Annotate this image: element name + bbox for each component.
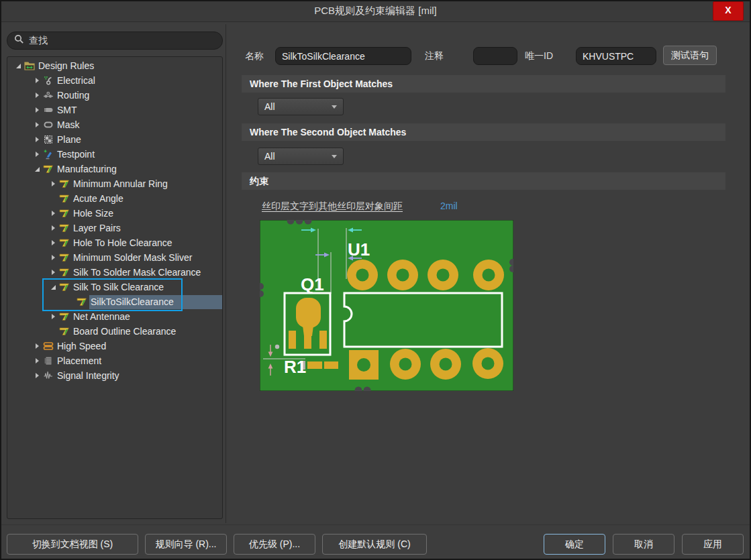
tree-item-minimum-annular-ring[interactable]: Minimum Annular Ring [7,176,222,191]
tree-item-layer-pairs[interactable]: Layer Pairs [7,221,222,235]
rule-icon [59,178,70,189]
electrical-icon [43,75,54,86]
high-speed-icon [43,341,54,351]
unique-id-label: 唯一ID [525,47,553,65]
close-button[interactable]: X [713,1,744,21]
design-rules-folder-icon [24,60,35,71]
r1-component [303,361,338,370]
tree-item-net-antennae[interactable]: Net Antennae [7,309,222,324]
expand-arrow-icon[interactable] [33,107,42,113]
rule-icon [59,326,70,337]
chevron-down-icon [332,155,337,158]
tree-item-board-outline-clearance[interactable]: Board Outline Clearance [7,324,222,339]
plane-icon [43,134,54,145]
tree-item-design-rules[interactable]: Design Rules [7,58,222,73]
tree-item-testpoint[interactable]: Testpoint [7,147,222,162]
expand-arrow-icon[interactable] [33,373,42,378]
name-input[interactable] [275,47,411,65]
rule-icon [59,223,70,233]
rule-wizard-button[interactable]: 规则向导 (R)... [145,534,227,555]
tree-item-signal-integrity[interactable]: Signal Integrity [7,368,222,383]
routing-icon [43,90,54,101]
priorities-button[interactable]: 优先级 (P)... [234,534,315,555]
expand-arrow-icon[interactable] [33,152,42,157]
expand-arrow-icon[interactable] [33,358,42,363]
expand-arrow-icon[interactable] [33,343,42,349]
expand-arrow-icon[interactable] [49,181,58,186]
rule-icon [59,193,70,204]
designator-q1: Q1 [301,274,324,294]
tree-item-plane[interactable]: Plane [7,132,222,147]
expand-arrow-icon[interactable] [49,240,58,245]
expand-arrow-icon[interactable] [49,255,58,260]
expand-arrow-icon[interactable] [33,78,42,83]
tree-item-high-speed[interactable]: High Speed [7,339,222,353]
titlebar: PCB规则及约束编辑器 [mil] [0,0,751,22]
tree-item-hole-to-hole-clearance[interactable]: Hole To Hole Clearance [7,235,222,250]
expand-arrow-icon[interactable] [14,64,23,68]
testpoint-icon [43,149,54,160]
dialog-title: PCB规则及约束编辑器 [mil] [0,0,751,21]
rule-icon [59,252,70,263]
expand-arrow-icon[interactable] [33,122,42,127]
search-placeholder: 查找 [29,35,48,47]
expand-arrow-icon[interactable] [49,270,58,275]
apply-button[interactable]: 应用 [682,534,744,555]
create-default-rules-button[interactable]: 创建默认规则 (C) [322,534,427,555]
pcb-preview-image: U1 Q1 R1 [260,220,513,391]
footer-bar: 切换到文档视图 (S) 规则向导 (R)... 优先级 (P)... 创建默认规… [0,524,751,560]
rule-icon [59,267,70,278]
switch-to-document-view-button[interactable]: 切换到文档视图 (S) [7,534,138,555]
rule-icon [59,208,70,219]
search-icon [14,34,24,47]
expand-arrow-icon[interactable] [49,314,58,319]
mask-icon [43,119,54,130]
tree-item-silk-to-silk-clearance[interactable]: Silk To Silk Clearance [7,280,222,294]
tree-item-smt[interactable]: SMT [7,103,222,117]
tree-item-silk-to-solder-mask-clearance[interactable]: Silk To Solder Mask Clearance [7,265,222,280]
second-object-dropdown[interactable]: All [258,148,344,165]
constraint-label: 丝印层文字到其他丝印层对象间距 [262,201,403,213]
tree-item-manufacturing[interactable]: Manufacturing [7,162,222,176]
constraint-value[interactable]: 2mil [440,201,458,211]
panel-divider [226,24,226,523]
rule-icon [59,311,70,322]
tree-item-mask[interactable]: Mask [7,117,222,132]
origin-dot [275,345,279,349]
expand-arrow-icon[interactable] [49,285,58,290]
chevron-down-icon [332,105,337,109]
rules-tree: Design Rules Electrical Routing SMT Mask… [7,56,223,519]
cancel-button[interactable]: 取消 [613,534,674,555]
name-label: 名称 [245,47,264,65]
rule-icon [59,237,70,248]
designator-u1: U1 [348,239,370,260]
placement-icon [43,355,54,366]
comment-input[interactable] [473,47,517,65]
search-box[interactable]: 查找 [7,32,223,50]
expand-arrow-icon[interactable] [49,211,58,216]
first-object-matches-header: Where The First Object Matches [242,75,725,93]
second-object-matches-header: Where The Second Object Matches [242,123,725,141]
tree-item-placement[interactable]: Placement [7,353,222,368]
expand-arrow-icon[interactable] [33,93,42,98]
constraints-header: 约束 [242,172,725,190]
tree-item-hole-size[interactable]: Hole Size [7,206,222,221]
rule-icon [77,296,87,307]
tree-item-minimum-solder-mask-sliver[interactable]: Minimum Solder Mask Sliver [7,250,222,265]
expand-arrow-icon[interactable] [33,167,42,172]
tree-item-silktosilkclearance-rule[interactable]: SilkToSilkClearance [7,294,222,309]
expand-arrow-icon[interactable] [49,225,58,231]
designator-r1: R1 [284,357,306,377]
unique-id-input[interactable] [576,47,656,65]
tree-item-routing[interactable]: Routing [7,88,222,103]
test-queries-button[interactable]: 测试语句 [663,46,717,65]
rule-icon [43,164,54,174]
signal-integrity-icon [43,370,54,381]
expand-arrow-icon[interactable] [33,137,42,142]
ok-button[interactable]: 确定 [544,534,605,555]
comment-label: 注释 [425,47,444,65]
smt-icon [43,105,54,115]
tree-item-acute-angle[interactable]: Acute Angle [7,191,222,206]
first-object-dropdown[interactable]: All [258,98,344,115]
tree-item-electrical[interactable]: Electrical [7,73,222,88]
